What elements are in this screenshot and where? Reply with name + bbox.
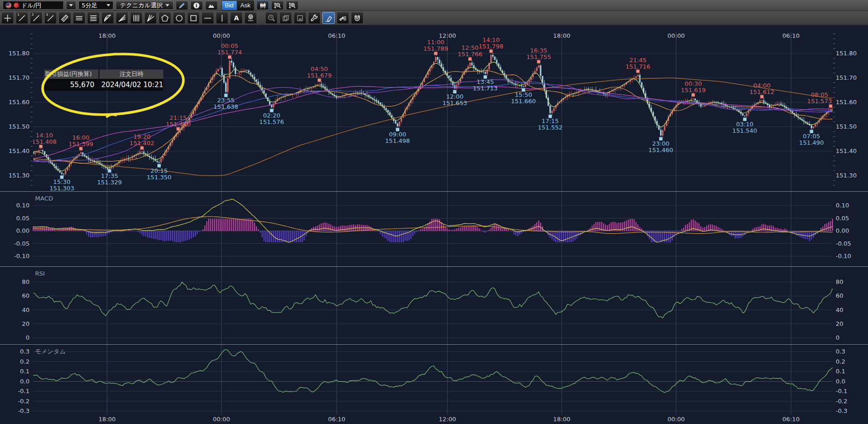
chart-type-button[interactable] [256,1,269,10]
svg-text:00:30: 00:30 [684,80,702,87]
svg-text:0.00: 0.00 [16,227,30,234]
ruler-tool[interactable] [59,12,71,24]
parallel-lines-icon [75,14,83,22]
eraser-tool[interactable] [322,12,335,24]
zoom-out-icon [274,2,281,9]
macd-chart[interactable]: 0.100.100.050.050.000.00-0.05-0.05-0.10-… [0,192,868,266]
draw-mode-button[interactable] [176,1,188,10]
fan-lines-tool[interactable] [116,12,128,24]
svg-text:0.0: 0.0 [20,378,30,385]
svg-text:04:50: 04:50 [311,65,328,72]
crosshair-tool[interactable] [1,12,14,24]
main-price-chart[interactable]: 18:0000:0006:1012:0018:0000:0006:10151.8… [0,25,868,191]
svg-text:151.490: 151.490 [799,139,824,146]
timeframe-label: 5分足 [82,1,97,10]
high-marker [39,145,42,148]
high-marker [636,70,640,73]
ma-line-4 [33,86,832,159]
info-icon: i [193,2,200,9]
svg-text:151.480: 151.480 [166,121,190,128]
svg-text:40: 40 [836,306,844,313]
vertical-grid-tool[interactable] [130,12,143,24]
high-marker [228,55,232,59]
horizontal-line-tool[interactable] [202,12,214,24]
settings-list-tool[interactable] [337,12,349,24]
order-datetime-header-cell: 注文日時 [100,70,163,79]
svg-text:06:10: 06:10 [782,32,799,39]
ellipse-tool[interactable] [173,12,185,24]
svg-text:0: 0 [836,334,839,341]
pair-dropdown-button[interactable] [66,1,76,10]
trade-table-values: 55,670 2024/04/02 10:21 [44,79,163,91]
svg-text:151.460: 151.460 [648,147,673,153]
high-marker [692,93,695,96]
technical-indicator-button[interactable]: テクニカル選択 [116,1,173,10]
magnet-tool[interactable] [351,12,363,24]
svg-text:151.30: 151.30 [836,172,857,179]
currency-pair-selector[interactable]: ドル/円 [3,1,64,10]
magnet-icon [353,14,361,22]
high-marker [434,52,437,55]
svg-text:18:00: 18:00 [553,416,570,423]
drag-tool[interactable] [294,12,306,24]
high-marker [318,79,321,82]
parallel-lines-3-tool[interactable] [73,12,85,24]
svg-text:-0.3: -0.3 [18,407,30,414]
svg-text:00:05: 00:05 [221,42,238,49]
svg-text:151.679: 151.679 [307,72,332,79]
icon-stamp-tool[interactable]: icon [244,12,257,24]
svg-text:151.774: 151.774 [217,49,242,56]
svg-text:09:00: 09:00 [389,131,406,138]
zoom-out-button[interactable] [271,1,284,10]
wrench-tool[interactable] [308,12,321,24]
momentum-chart[interactable]: 0.30.30.20.20.10.10.00.0-0.1-0.1-0.2-0.2… [0,345,868,424]
trendline-1-tool[interactable]: 1 [16,12,28,24]
svg-text:00:00: 00:00 [667,416,684,423]
top-toolbar: ドル/円 5分足 テクニカル選択 i Bid Ask [0,0,868,11]
ask-button[interactable]: Ask [237,1,254,10]
zoom-in-button[interactable] [286,1,298,10]
trendline-3-tool[interactable]: 3 [44,12,57,24]
rectangle-tool[interactable] [187,12,200,24]
main-grid: 18:0000:0006:1012:0018:0000:0006:10151.8… [9,32,857,191]
svg-text:23:55: 23:55 [217,97,234,104]
info-button[interactable]: i [190,1,203,10]
main-chart-panel: 18:0000:0006:1012:0018:0000:0006:10151.8… [0,25,868,191]
svg-text:MACD: MACD [35,195,53,202]
crosshair-icon [4,14,12,22]
clock-icon [268,14,275,22]
text-tool[interactable]: A [230,12,243,24]
ruler-icon [61,14,69,22]
ma-line-2 [33,80,832,162]
svg-text:151.329: 151.329 [97,179,122,186]
fan-icon [147,14,155,22]
us-flag-icon [6,2,12,8]
vertical-line-tool[interactable] [216,12,228,24]
svg-text:151.660: 151.660 [511,98,536,105]
fibonacci-arc-tool[interactable] [101,12,114,24]
svg-text:21:45: 21:45 [629,57,646,64]
area-chart-button[interactable] [205,1,218,10]
svg-text:151.60: 151.60 [9,99,30,106]
parallel-lines-icon [89,14,97,22]
copy-tool[interactable] [279,12,292,24]
bid-button[interactable]: Bid [222,1,237,10]
momentum-panel: 0.30.30.20.20.10.10.00.0-0.1-0.1-0.2-0.2… [0,344,868,424]
trendline-2-tool[interactable]: 2 [30,12,42,24]
svg-text:A: A [234,14,239,22]
rsi-chart[interactable]: 808060604040202000RSI [0,267,868,344]
svg-text:151.789: 151.789 [423,45,448,52]
time-shift-tool[interactable] [265,12,278,24]
angle-fan-tool[interactable] [144,12,157,24]
vertical-lines-icon [132,14,140,22]
svg-text:0.3: 0.3 [20,348,30,355]
timeframe-select[interactable]: 5分足 [78,1,113,10]
svg-text:14:10: 14:10 [36,132,53,139]
svg-text:151.350: 151.350 [147,174,172,181]
pentagon-tool[interactable] [159,12,171,24]
parallel-lines-4-tool[interactable] [87,12,100,24]
wrench-list-icon [339,14,347,22]
svg-text:151.80: 151.80 [9,50,30,57]
chart-stack: 18:0000:0006:1012:0018:0000:0006:10151.8… [0,25,868,424]
svg-text:151.612: 151.612 [749,88,774,95]
